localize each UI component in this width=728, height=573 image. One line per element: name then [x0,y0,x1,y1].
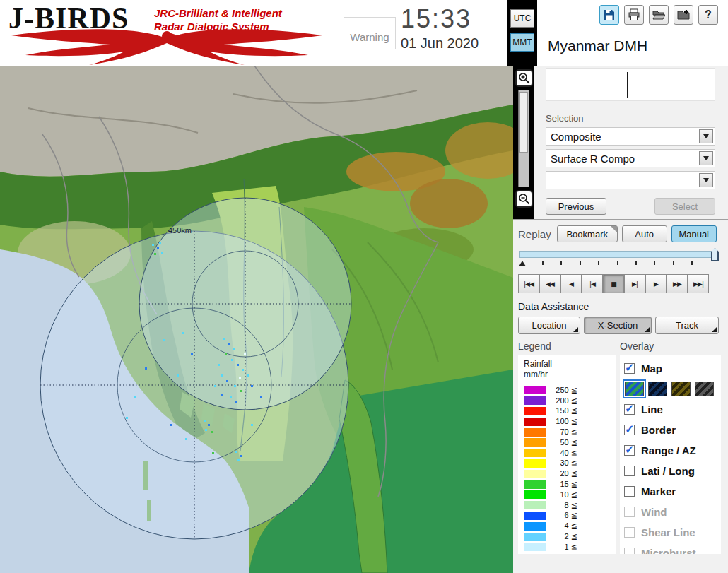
legend-row: 2 ≦ [524,531,613,542]
playback-fast-forward-button[interactable]: ▶▶ [667,274,688,293]
option-dropdown[interactable] [546,171,715,189]
zoom-slider-thumb[interactable] [519,92,528,153]
zoom-in-button[interactable] [515,69,533,87]
check-icon: ✓ [625,423,634,436]
timeline-tick [673,261,674,265]
dropdown-arrow-button[interactable] [699,151,713,165]
playback-rewind-button[interactable]: ◀ [560,274,582,293]
playback-step-forward-button[interactable]: ▶| [624,274,645,293]
map-style-gray-swatch[interactable] [695,382,714,396]
panel-top: Selection Composite Surface R Compo [513,66,728,219]
legend-value: 10 ≦ [546,490,577,500]
checkbox[interactable]: ✓ [624,425,635,435]
legend-value: 250 ≦ [546,386,577,395]
checkbox[interactable] [624,486,635,497]
x-section-button[interactable]: X-Section [584,317,652,334]
overlay-item-label: Lati / Long [641,465,695,477]
zoom-out-button[interactable] [515,190,533,208]
playback-fast-rewind-button[interactable]: ◀◀ [539,274,560,293]
check-icon: ✓ [625,443,634,456]
utc-button[interactable]: UTC [510,9,534,28]
overlay-item-map[interactable]: ✓Map [624,358,721,379]
legend-overlay-section: Legend Overlay Rainfall mm/hr 250 ≦200 ≦… [513,334,728,554]
org-name: Myanmar DMH [548,37,647,54]
checkbox[interactable]: ✓ [624,404,635,415]
overlay-item-border[interactable]: ✓Border [624,420,721,440]
playback-last-button[interactable]: ▶▶| [688,274,709,293]
legend-color-swatch [524,459,546,468]
checkbox[interactable]: ✓ [624,363,635,374]
playback-stop-button[interactable]: ■ [603,274,624,293]
chevron-down-icon [703,134,709,138]
replay-timeline[interactable] [518,250,721,270]
checkbox[interactable] [624,466,635,476]
overlay-item-label: Wind [641,506,667,518]
legend-unit-line2: mm/hr [524,370,613,380]
help-button[interactable]: ? [698,5,718,25]
legend-row: 50 ≦ [524,437,613,448]
print-button[interactable] [624,5,644,25]
zoom-slider[interactable] [518,90,529,187]
overlay-item-wind: Wind [624,502,721,522]
legend-value: 30 ≦ [546,459,577,468]
dropdown-arrow-button[interactable] [699,129,713,143]
timeline-tick [654,261,655,265]
playback-first-button[interactable]: |◀◀ [518,274,539,293]
composite-dropdown[interactable]: Composite [546,127,715,146]
zoom-control [513,66,534,219]
playback-step-back-button[interactable]: |◀ [582,274,603,293]
legend-color-swatch [524,407,546,415]
location-button[interactable]: Location [518,317,580,334]
legend-value: 4 ≦ [546,521,577,531]
replay-label: Replay [518,228,551,240]
zoom-out-icon [518,193,530,205]
map-style-navy-swatch[interactable] [648,382,667,396]
legend-color-swatch [524,512,546,520]
overlay-item-lati-long[interactable]: Lati / Long [624,461,721,481]
bookmark-button[interactable]: Bookmark [557,225,618,242]
legend-value: 20 ≦ [546,469,577,478]
legend-row: 8 ≦ [524,500,613,511]
dropdown-arrow-button[interactable] [699,173,713,187]
timeline-track[interactable] [519,251,715,258]
check-icon: ✓ [625,402,634,415]
select-button[interactable]: Select [654,198,715,215]
check-icon: ✓ [625,361,634,374]
clock: 15:33 01 Jun 2020 [401,4,479,52]
timeline-tick [617,261,618,265]
playback-play-button[interactable]: ▶ [645,274,667,293]
dropdown-value: Composite [546,131,699,143]
timeline-handle[interactable] [711,248,719,261]
auto-button[interactable]: Auto [622,225,667,242]
selection-area: Selection Composite Surface R Compo [534,66,728,219]
legend-color-swatch [524,490,546,499]
overlay-item-label: Microburst [641,547,696,554]
overlay-item-range-az[interactable]: ✓Range / AZ [624,440,721,461]
legend-row: 100 ≦ [524,416,613,427]
track-button[interactable]: Track [655,317,719,334]
overlay-item-line[interactable]: ✓Line [624,399,721,420]
open-folder-button[interactable] [649,5,669,25]
map-style-olive-swatch[interactable] [671,382,691,396]
replay-section: Replay Bookmark Auto Manual |◀◀◀◀◀|◀■▶|▶… [513,220,728,293]
timeline-tick [635,261,637,265]
legend-color-swatch [524,543,546,551]
checkbox[interactable]: ✓ [624,445,635,456]
export-button[interactable] [674,5,693,25]
product-dropdown[interactable]: Surface R Compo [546,149,715,167]
overlay-item-label: Border [641,424,676,436]
previous-button[interactable]: Previous [546,198,606,215]
timeline-tick [560,261,562,265]
map-style-terrain-swatch[interactable] [625,382,644,396]
legend-color-swatch [524,386,546,394]
timezone-selector: UTC MMT [507,0,537,66]
radar-map[interactable]: 450km [0,66,513,573]
manual-button[interactable]: Manual [671,225,717,242]
warning-button[interactable]: Warning [344,17,396,49]
eagle-icon [4,25,329,65]
legend-color-swatch [524,438,546,447]
legend-label: Legend [518,341,620,352]
mmt-button[interactable]: MMT [510,33,534,52]
overlay-item-marker[interactable]: Marker [624,481,721,502]
save-button[interactable] [599,5,619,25]
